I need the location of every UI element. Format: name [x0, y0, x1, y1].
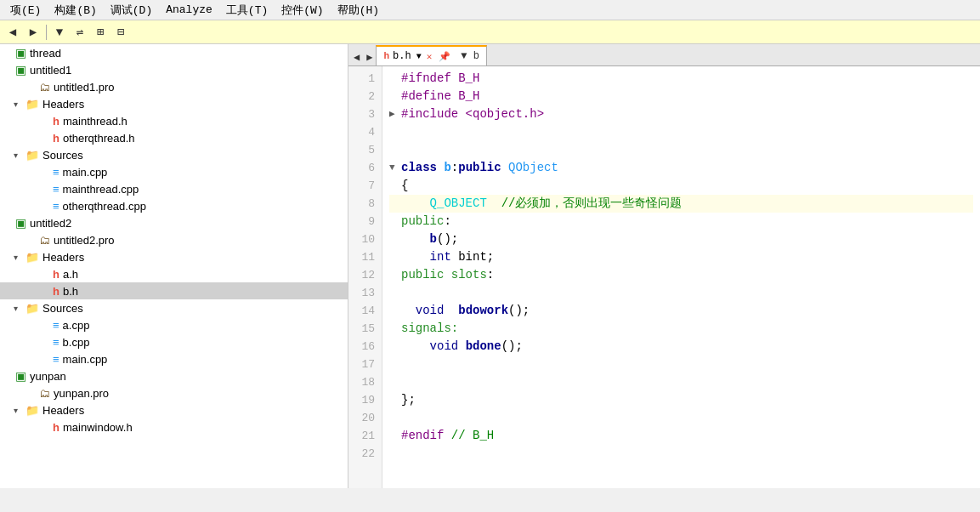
tab-breadcrumb: ▼ b	[461, 50, 479, 62]
toolbar-pin-btn[interactable]: ⊟	[111, 23, 130, 42]
tree-label: Sources	[42, 302, 83, 315]
tree-item-untitled1[interactable]: ▣ untitled1	[0, 61, 348, 78]
project-tree[interactable]: ▣ thread ▣ untitled1 🗂 untitled1.pro ▾ 📁…	[0, 44, 348, 488]
toolbar-add-btn[interactable]: ⊞	[91, 23, 110, 42]
tab-pin-icon[interactable]: 📌	[439, 51, 450, 62]
tab-filename: b.h	[393, 50, 411, 62]
tree-label: b.h	[63, 285, 78, 298]
code-text: b	[430, 230, 437, 248]
tree-label: untitled1.pro	[54, 81, 115, 94]
code-line-12: public slots:	[389, 266, 973, 284]
menu-item-edit[interactable]: 项(E)	[3, 1, 48, 20]
tree-item-headers1[interactable]: ▾ 📁 Headers	[0, 95, 348, 112]
fold-arrow-22	[389, 447, 401, 461]
cpp-icon: ≡	[53, 319, 59, 332]
tree-item-otherqthread-cpp[interactable]: ≡ otherqthread.cpp	[0, 197, 348, 214]
file-tab-bh[interactable]: h b.h ▼ ✕ 📌 ▼ b	[376, 45, 486, 65]
menu-item-help[interactable]: 帮助(H)	[331, 1, 386, 20]
code-text	[401, 338, 430, 356]
code-line-11: int bint;	[389, 248, 973, 266]
tree-item-b-h[interactable]: h b.h	[0, 282, 348, 299]
fold-arrow-6[interactable]: ▼	[389, 161, 401, 175]
tree-arrow-headers1: ▾	[14, 100, 25, 109]
line-numbers: 12345 678910 1112131415 1617181920 2122	[348, 66, 382, 488]
tree-item-untitled2pro[interactable]: 🗂 untitled2.pro	[0, 231, 348, 248]
tree-label: otherqthread.cpp	[63, 200, 146, 213]
code-area[interactable]: #ifndef B_H #define B_H ▶ #include <qobj…	[382, 66, 980, 488]
cpp-icon: ≡	[53, 353, 59, 366]
fold-arrow-15	[389, 321, 401, 336]
code-text: #define B_H	[401, 88, 479, 105]
pro-icon: 🗂	[39, 81, 50, 94]
toolbar-back-btn[interactable]: ◀	[3, 23, 22, 42]
tree-item-headers2[interactable]: ▾ 📁 Headers	[0, 248, 348, 265]
code-text: ();	[501, 338, 523, 356]
toolbar-sep1	[46, 25, 47, 40]
tree-item-yunpan[interactable]: ▣ yunpan	[0, 367, 348, 384]
fold-arrow-2	[389, 89, 401, 104]
current-line-indicator: ▶	[389, 107, 401, 122]
cpp-icon: ≡	[53, 166, 59, 179]
fold-arrow-4	[389, 125, 401, 139]
menu-item-analyze[interactable]: Analyze	[159, 2, 219, 18]
folder-icon: 📁	[25, 302, 39, 315]
fold-arrow-18	[389, 375, 401, 390]
tree-item-a-cpp[interactable]: ≡ a.cpp	[0, 316, 348, 333]
tree-arrow-headers3: ▾	[14, 406, 25, 415]
tree-item-otherqthread-h[interactable]: h otherqthread.h	[0, 129, 348, 146]
code-line-22	[389, 445, 973, 463]
tree-item-thread[interactable]: ▣ thread	[0, 44, 348, 61]
tree-label: a.cpp	[63, 319, 90, 332]
toolbar-forward-btn[interactable]: ▶	[24, 23, 42, 42]
tree-item-untitled2[interactable]: ▣ untitled2	[0, 214, 348, 231]
code-text: :	[444, 213, 450, 230]
code-line-4	[389, 123, 973, 141]
code-line-20	[389, 409, 973, 427]
menu-item-controls[interactable]: 控件(W)	[275, 1, 330, 20]
tree-item-mainwindow-h[interactable]: h mainwindow.h	[0, 418, 348, 435]
tree-item-sources2[interactable]: ▾ 📁 Sources	[0, 299, 348, 316]
tab-close-icon[interactable]: ✕	[427, 51, 433, 62]
tree-item-mainthread-h[interactable]: h mainthread.h	[0, 112, 348, 129]
fold-arrow-21	[389, 429, 401, 443]
tree-label: main.cpp	[63, 353, 108, 366]
tree-item-main-cpp1[interactable]: ≡ main.cpp	[0, 163, 348, 180]
menu-item-tools[interactable]: 工具(T)	[219, 1, 275, 20]
tree-label: mainthread.h	[63, 115, 127, 128]
code-text: // B_H	[451, 427, 494, 445]
fold-arrow-16	[389, 339, 401, 354]
tree-item-headers3[interactable]: ▾ 📁 Headers	[0, 401, 348, 418]
folder-icon: 📁	[25, 98, 39, 111]
code-text: Q_OBJECT	[401, 195, 487, 213]
tree-item-a-h[interactable]: h a.h	[0, 265, 348, 282]
code-line-18	[389, 373, 973, 391]
tree-item-b-cpp[interactable]: ≡ b.cpp	[0, 333, 348, 350]
tab-dropdown-icon[interactable]: ▼	[416, 52, 422, 61]
menu-item-debug[interactable]: 调试(D)	[104, 1, 159, 20]
tree-item-sources1[interactable]: ▾ 📁 Sources	[0, 146, 348, 163]
h-icon: h	[53, 421, 59, 434]
tree-item-mainthread-cpp[interactable]: ≡ mainthread.cpp	[0, 180, 348, 197]
h-icon: h	[53, 115, 59, 128]
menu-item-build[interactable]: 构建(B)	[48, 1, 103, 20]
code-editor[interactable]: ◀ ▶ h b.h ▼ ✕ 📌 ▼ b 12345 678910 1112131…	[348, 44, 980, 488]
h-icon: h	[53, 132, 59, 145]
code-text	[401, 248, 430, 266]
toolbar-sync-btn[interactable]: ⇌	[71, 23, 89, 42]
tree-item-main-cpp2[interactable]: ≡ main.cpp	[0, 350, 348, 367]
tree-label: Sources	[42, 149, 83, 162]
tree-item-yunpanpro[interactable]: 🗂 yunpan.pro	[0, 384, 348, 401]
code-line-6: ▼ class b:public QObject	[389, 159, 973, 177]
tree-item-untitled1pro[interactable]: 🗂 untitled1.pro	[0, 78, 348, 95]
toolbar-filter-btn[interactable]: ▼	[50, 23, 69, 42]
tree-label: yunpan.pro	[54, 387, 109, 400]
code-text	[444, 302, 458, 320]
menu-bar: 项(E) 构建(B) 调试(D) Analyze 工具(T) 控件(W) 帮助(…	[0, 0, 980, 20]
tab-arrow-left[interactable]: ◀	[350, 49, 363, 65]
tree-label: Headers	[42, 98, 84, 111]
tab-file-icon: h	[383, 51, 389, 61]
code-comment: //必须加，否则出现一些奇怪问题	[487, 195, 683, 213]
tab-arrow-right[interactable]: ▶	[363, 49, 376, 65]
code-line-7: {	[389, 177, 973, 195]
tree-label: thread	[30, 47, 61, 60]
